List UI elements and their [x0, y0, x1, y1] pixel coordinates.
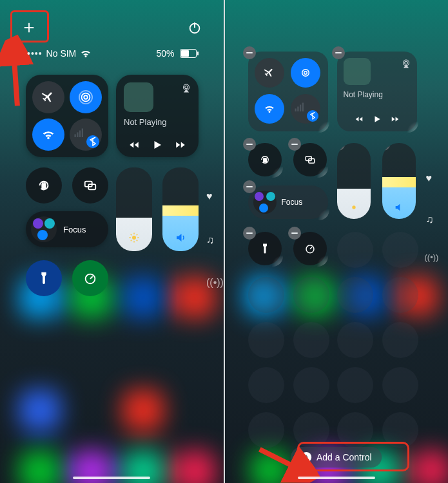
resize-handle-icon[interactable]: [315, 165, 328, 178]
home-indicator[interactable]: [298, 477, 375, 479]
svg-line-24: [137, 240, 138, 242]
empty-slot[interactable]: [248, 367, 284, 403]
status-bar: •••• No SIM 50%: [0, 46, 224, 61]
airdrop-toggle[interactable]: [291, 58, 320, 88]
screen-mirroring-button-edit[interactable]: [293, 143, 327, 176]
music-note-icon[interactable]: ♫: [426, 214, 434, 225]
media-panel-edit[interactable]: Not Playing: [337, 52, 417, 131]
resize-handle-icon[interactable]: [317, 207, 329, 220]
media-panel[interactable]: Not Playing: [116, 75, 199, 157]
music-note-icon[interactable]: ♫: [206, 234, 214, 246]
svg-point-35: [404, 61, 407, 64]
media-play-icon[interactable]: [373, 115, 382, 126]
media-play-icon[interactable]: [151, 139, 163, 151]
remove-badge-icon[interactable]: [288, 138, 301, 151]
empty-slot[interactable]: [337, 232, 373, 268]
svg-line-26: [131, 240, 132, 242]
svg-rect-11: [82, 129, 83, 138]
connectivity-panel: [26, 75, 108, 157]
empty-slot[interactable]: [382, 232, 418, 268]
remove-badge-icon[interactable]: [243, 46, 256, 59]
flashlight-button[interactable]: [26, 260, 62, 296]
wifi-status-icon: [80, 48, 92, 59]
hotspot-icon[interactable]: ((•)): [425, 252, 439, 262]
svg-point-29: [304, 71, 307, 75]
svg-point-27: [86, 274, 95, 284]
svg-line-23: [131, 234, 132, 236]
svg-point-40: [352, 205, 355, 209]
airplane-mode-toggle[interactable]: [32, 81, 64, 113]
bluetooth-icon: [86, 135, 99, 148]
favorites-heart-icon[interactable]: ♥: [206, 191, 213, 202]
empty-slot[interactable]: [382, 367, 418, 403]
svg-rect-33: [300, 105, 301, 112]
orientation-lock-button-edit[interactable]: [248, 143, 282, 176]
power-icon[interactable]: [185, 18, 204, 37]
airplay-icon[interactable]: [180, 82, 192, 94]
sun-icon: [116, 232, 152, 243]
airplay-icon[interactable]: [400, 58, 412, 70]
remove-badge-icon[interactable]: [243, 138, 256, 151]
focus-icon: [253, 191, 277, 214]
resize-handle-icon[interactable]: [315, 254, 328, 267]
empty-slot[interactable]: [337, 367, 373, 403]
flashlight-button-edit[interactable]: [248, 232, 282, 265]
media-next-icon[interactable]: [175, 139, 186, 151]
volume-slider[interactable]: [162, 167, 199, 251]
empty-slot[interactable]: [293, 277, 329, 313]
media-artwork: [124, 82, 153, 112]
remove-badge-icon[interactable]: [288, 227, 301, 240]
focus-label: Focus: [282, 198, 303, 207]
svg-line-28: [90, 276, 93, 279]
empty-slot[interactable]: [337, 277, 373, 313]
empty-slot[interactable]: [382, 322, 418, 358]
timer-button-edit[interactable]: [293, 232, 327, 265]
empty-slot[interactable]: [248, 322, 284, 358]
empty-slot[interactable]: [382, 277, 418, 313]
svg-point-18: [132, 236, 136, 240]
cellular-bluetooth-toggle[interactable]: [70, 118, 102, 151]
connectivity-panel-edit[interactable]: [248, 52, 328, 131]
favorites-heart-icon[interactable]: ♥: [426, 173, 433, 184]
home-indicator[interactable]: [73, 477, 150, 479]
brightness-slider[interactable]: [116, 167, 152, 251]
sun-icon: [337, 202, 371, 213]
empty-slot[interactable]: [293, 367, 329, 403]
resize-handle-icon[interactable]: [270, 165, 283, 178]
cellular-bluetooth-toggle[interactable]: [291, 94, 320, 124]
svg-rect-8: [75, 135, 76, 138]
empty-slot[interactable]: [293, 322, 329, 358]
timer-button[interactable]: [72, 260, 108, 296]
media-next-icon[interactable]: [391, 115, 400, 126]
svg-rect-34: [302, 103, 303, 112]
remove-badge-icon[interactable]: [332, 46, 345, 59]
screen-mirroring-button[interactable]: [72, 167, 108, 204]
airdrop-toggle[interactable]: [70, 81, 102, 113]
svg-point-30: [302, 70, 309, 77]
screenshot-left-control-center: •••• No SIM 50%: [0, 0, 224, 483]
bluetooth-icon: [307, 110, 318, 122]
svg-point-12: [185, 86, 188, 89]
wifi-toggle[interactable]: [32, 118, 64, 151]
volume-slider-edit[interactable]: [382, 143, 416, 219]
focus-tile-edit[interactable]: Focus: [248, 185, 328, 219]
brightness-slider-edit[interactable]: [337, 143, 371, 219]
carrier-label: No SIM: [46, 48, 77, 59]
resize-handle-icon[interactable]: [270, 254, 283, 267]
empty-slot[interactable]: [248, 277, 284, 313]
remove-badge-icon[interactable]: [243, 227, 256, 240]
resize-handle-icon[interactable]: [317, 120, 329, 133]
empty-slot[interactable]: [337, 322, 373, 358]
airplane-mode-toggle[interactable]: [255, 58, 284, 88]
media-prev-icon[interactable]: [355, 115, 364, 126]
signal-dots-icon: ••••: [27, 48, 43, 59]
svg-line-25: [137, 234, 138, 236]
orientation-lock-button[interactable]: [26, 167, 62, 204]
media-prev-icon[interactable]: [128, 139, 140, 151]
wifi-toggle[interactable]: [255, 94, 284, 124]
hotspot-icon[interactable]: ((•)): [206, 277, 224, 289]
svg-rect-31: [295, 109, 296, 112]
focus-tile[interactable]: Focus: [26, 211, 108, 247]
speaker-icon: [162, 232, 199, 243]
remove-badge-icon[interactable]: [243, 180, 256, 193]
